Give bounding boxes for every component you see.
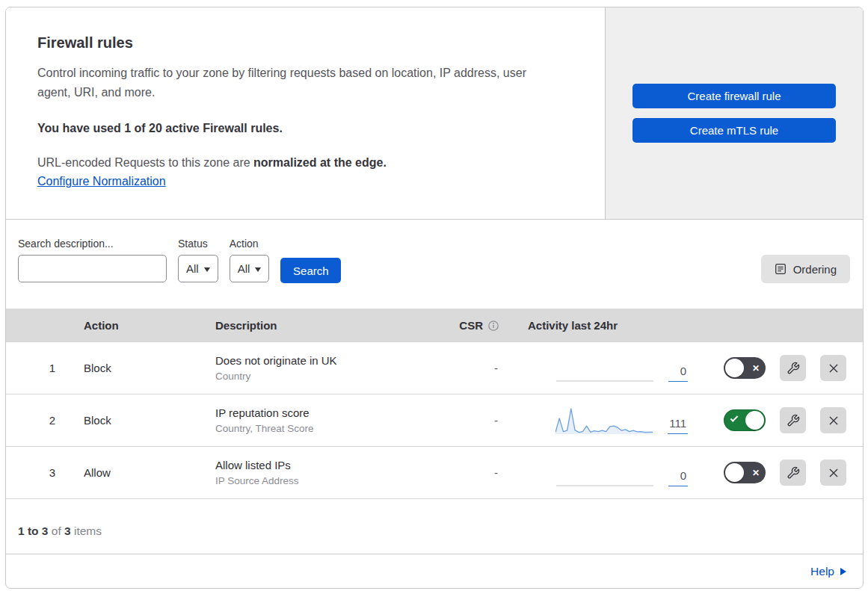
activity-sparkline-flat (556, 353, 653, 383)
rule-priority: 3 (6, 466, 84, 479)
edit-rule-button[interactable] (780, 460, 806, 486)
rule-action: Allow (84, 466, 215, 479)
rule-action: Block (84, 414, 215, 427)
wrench-icon (787, 414, 800, 427)
toggle-check-icon (730, 414, 739, 422)
header-section: Firewall rules Control incoming traffic … (6, 7, 863, 220)
column-csr: CSR (453, 319, 507, 332)
table-row: 3 Allow Allow listed IPs IP Source Addre… (6, 447, 863, 499)
rule-enabled-toggle[interactable]: ✕ (724, 462, 766, 483)
activity-count-link[interactable]: 0 (668, 365, 688, 382)
rule-controls: ✕ (691, 407, 863, 433)
page-description: Control incoming traffic to your zone by… (37, 64, 560, 102)
action-select[interactable]: All (230, 255, 270, 282)
activity-sparkline-chart (555, 406, 653, 436)
activity-count-link[interactable]: 111 (668, 417, 688, 434)
search-label: Search description... (18, 238, 167, 250)
rule-controls: ✕ (691, 355, 863, 381)
arrow-right-icon (840, 568, 846, 575)
rule-description: Allow listed IPs IP Source Address (215, 457, 453, 488)
intro-panel: Firewall rules Control incoming traffic … (6, 7, 606, 219)
list-icon (775, 263, 787, 275)
ordering-button[interactable]: Ordering (761, 255, 850, 283)
search-group: Search description... (18, 238, 167, 282)
actions-panel: Create firewall rule Create mTLS rule (606, 7, 863, 219)
close-icon (827, 362, 840, 375)
help-section: Help (6, 554, 863, 588)
page-title: Firewall rules (37, 34, 560, 52)
status-select[interactable]: All (178, 255, 218, 282)
rule-enabled-toggle[interactable]: ✕ (724, 357, 766, 379)
toggle-x-icon: ✕ (752, 363, 760, 374)
rule-priority: 2 (6, 414, 84, 427)
configure-normalization-link[interactable]: Configure Normalization (37, 175, 166, 188)
normalization-note: URL-encoded Requests to this zone are no… (37, 156, 560, 170)
toggle-x-icon: ✕ (752, 468, 760, 478)
activity-sparkline-flat (556, 458, 653, 488)
toggle-knob (745, 411, 764, 430)
search-input[interactable] (31, 256, 166, 282)
wrench-icon (787, 362, 800, 375)
status-filter-group: Status All (178, 238, 218, 282)
activity-count-link[interactable]: 0 (668, 469, 688, 486)
action-filter-group: Action All (230, 238, 270, 282)
status-label: Status (178, 238, 218, 250)
delete-rule-button[interactable] (820, 460, 846, 486)
edit-rule-button[interactable] (780, 407, 806, 433)
help-link[interactable]: Help (810, 565, 846, 578)
chevron-down-icon (204, 267, 210, 272)
usage-note: You have used 1 of 20 active Firewall ru… (37, 122, 560, 135)
action-label: Action (230, 238, 270, 250)
table-row: 2 Block IP reputation score Country, Thr… (6, 394, 863, 447)
rule-action: Block (84, 362, 215, 374)
close-icon (827, 414, 840, 427)
column-action: Action (84, 319, 215, 332)
rule-enabled-toggle[interactable]: ✕ (724, 409, 766, 431)
chevron-down-icon (255, 267, 261, 272)
rule-activity: 111 (507, 406, 691, 436)
toggle-knob (725, 463, 744, 482)
rule-description: IP reputation score Country, Threat Scor… (215, 405, 453, 436)
search-button[interactable]: Search (280, 258, 341, 283)
create-firewall-rule-button[interactable]: Create firewall rule (632, 84, 836, 108)
filter-bar: Search description... Status All Action … (6, 220, 863, 309)
rule-activity: 0 (507, 458, 691, 488)
pagination-summary: 1 to 3 of 3 items (6, 499, 863, 554)
rule-priority: 1 (6, 362, 84, 374)
delete-rule-button[interactable] (820, 407, 846, 433)
rule-csr-value: - (453, 466, 507, 479)
column-activity: Activity last 24hr (507, 319, 691, 332)
table-row: 1 Block Does not originate in UK Country… (6, 342, 863, 394)
delete-rule-button[interactable] (820, 355, 846, 381)
create-mtls-rule-button[interactable]: Create mTLS rule (632, 118, 836, 143)
table-header: Action Description CSR Activity last 24h… (6, 309, 863, 342)
wrench-icon (787, 466, 800, 480)
toggle-knob (725, 359, 744, 377)
column-description: Description (215, 319, 453, 332)
rule-description: Does not originate in UK Country (215, 353, 453, 383)
search-input-wrapper (18, 255, 167, 282)
rule-csr-value: - (453, 362, 507, 374)
info-icon[interactable] (487, 320, 499, 332)
edit-rule-button[interactable] (780, 355, 806, 381)
rule-csr-value: - (453, 414, 507, 427)
rule-activity: 0 (507, 353, 691, 383)
close-icon (827, 466, 840, 480)
firewall-rules-card: Firewall rules Control incoming traffic … (5, 7, 864, 589)
rule-controls: ✕ (691, 460, 863, 486)
